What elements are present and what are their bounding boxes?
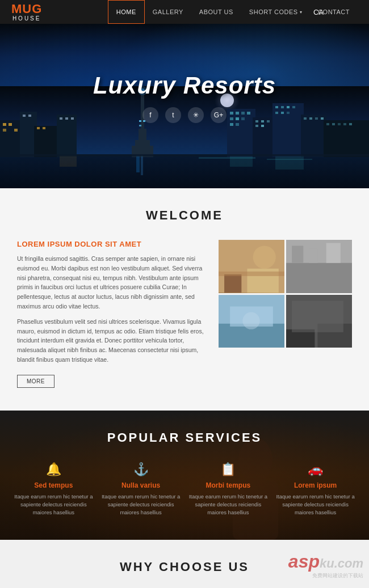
svg-rect-33 [230, 112, 233, 115]
svg-rect-55 [309, 117, 312, 120]
hotel-image-1 [219, 240, 284, 293]
svg-rect-60 [338, 123, 341, 125]
welcome-subtitle: LOREM IPSUM DOLOR SIT AMET [17, 240, 207, 248]
svg-rect-77 [286, 263, 352, 293]
asterisk-icon[interactable]: ✳ [188, 107, 204, 123]
svg-rect-41 [236, 123, 239, 126]
svg-rect-72 [224, 274, 241, 293]
service-item-1: 🔔 Sed tempus Itaque earum rerum hic tene… [14, 462, 93, 517]
svg-rect-66 [275, 155, 304, 170]
svg-rect-58 [326, 123, 329, 125]
svg-rect-6 [34, 126, 60, 157]
svg-rect-15 [43, 127, 45, 129]
svg-rect-74 [219, 272, 284, 276]
hotel-image-4 [286, 295, 352, 348]
svg-point-75 [253, 246, 276, 268]
svg-rect-64 [141, 155, 143, 175]
bell-icon: 🔔 [14, 462, 93, 477]
service-name-2: Nulla varius [102, 481, 181, 489]
svg-rect-14 [37, 127, 40, 129]
logo: MUG HOUSE [11, 3, 42, 22]
welcome-para-2: Phasellus vestibulum velit sed nisi ultr… [17, 317, 207, 365]
svg-rect-69 [199, 157, 255, 159]
nav-shortcodes[interactable]: SHORT CODES ▾ [241, 0, 310, 24]
chevron-down-icon: ▾ [300, 10, 303, 15]
welcome-image-grid [219, 240, 352, 388]
more-button[interactable]: MORE [17, 375, 54, 388]
svg-rect-34 [236, 112, 239, 115]
svg-rect-30 [272, 103, 304, 157]
svg-rect-51 [275, 112, 278, 114]
svg-rect-8 [3, 123, 6, 126]
svg-rect-11 [14, 129, 18, 132]
svg-rect-17 [65, 117, 68, 120]
svg-rect-40 [230, 123, 233, 126]
svg-rect-42 [255, 120, 258, 122]
ca-label: CA [308, 0, 329, 24]
hero-social-links: f t ✳ G+ [142, 107, 227, 123]
svg-rect-16 [60, 117, 62, 120]
welcome-text-block: LOREM IPSUM DOLOR SIT AMET Ut fringilla … [17, 240, 207, 388]
svg-rect-50 [292, 106, 295, 108]
svg-rect-28 [227, 109, 255, 157]
service-desc-2: Itaque earum rerum hic tenetur a sapient… [102, 493, 181, 517]
googleplus-icon[interactable]: G+ [211, 107, 227, 123]
watermark-sub: 免费网站建设的下载站 [288, 572, 363, 579]
svg-rect-57 [321, 117, 324, 120]
svg-rect-18 [71, 117, 74, 120]
svg-rect-61 [343, 123, 346, 125]
services-grid: 🔔 Sed tempus Itaque earum rerum hic tene… [14, 462, 355, 517]
hotel-image-3 [219, 295, 284, 348]
service-name-3: Morbi tempus [189, 481, 268, 489]
svg-rect-43 [261, 120, 264, 122]
welcome-section: WELCOME LOREM IPSUM DOLOR SIT AMET Ut fr… [0, 188, 369, 411]
service-item-3: 📋 Morbi tempus Itaque earum rerum hic te… [189, 462, 268, 517]
svg-rect-44 [267, 120, 270, 122]
nav-home[interactable]: HOME [108, 0, 145, 24]
svg-rect-10 [3, 129, 6, 132]
service-desc-1: Itaque earum rerum hic tenetur a sapient… [14, 493, 93, 517]
clipboard-icon: 📋 [189, 462, 268, 477]
svg-rect-36 [247, 112, 250, 115]
svg-rect-62 [349, 123, 352, 125]
facebook-icon[interactable]: f [142, 107, 158, 123]
welcome-title: WELCOME [17, 208, 352, 223]
service-item-2: ⚓ Nulla varius Itaque earum rerum hic te… [102, 462, 181, 517]
nav-about[interactable]: ABOUT US [191, 0, 241, 24]
watermark: aspku.com 免费网站建设的下载站 [288, 551, 363, 579]
svg-rect-70 [267, 159, 312, 160]
svg-rect-68 [0, 154, 369, 156]
svg-rect-78 [292, 246, 303, 263]
svg-rect-37 [230, 117, 233, 120]
svg-point-84 [242, 312, 259, 329]
svg-rect-13 [28, 115, 31, 117]
svg-rect-27 [139, 125, 141, 126]
logo-house: HOUSE [11, 15, 42, 22]
anchor-icon: ⚓ [102, 462, 181, 477]
city-skyline [0, 86, 369, 188]
svg-rect-47 [275, 106, 278, 108]
hotel-image-2 [286, 240, 352, 293]
svg-rect-45 [255, 125, 258, 127]
svg-rect-31 [301, 115, 326, 157]
svg-rect-54 [304, 117, 307, 120]
nav-gallery[interactable]: GALLERY [145, 0, 191, 24]
svg-rect-46 [261, 125, 264, 127]
svg-rect-88 [292, 301, 343, 332]
svg-rect-35 [241, 112, 245, 115]
watermark-domain: ku.com [320, 556, 363, 570]
services-section: POPULAR SERVICES 🔔 Sed tempus Itaque ear… [0, 411, 369, 540]
svg-rect-56 [315, 117, 318, 120]
svg-rect-48 [281, 106, 284, 108]
svg-rect-12 [23, 115, 26, 117]
svg-rect-53 [287, 112, 290, 114]
logo-mug: MUG [11, 3, 42, 15]
svg-rect-49 [287, 106, 290, 108]
svg-rect-63 [136, 155, 140, 172]
service-name-4: Lorem ipsum [276, 481, 355, 489]
svg-rect-29 [253, 117, 275, 157]
twitter-icon[interactable]: t [165, 107, 181, 123]
svg-rect-25 [139, 120, 141, 122]
svg-rect-39 [241, 117, 245, 120]
hero-section: Luxury Resorts f t ✳ G+ [0, 24, 369, 188]
